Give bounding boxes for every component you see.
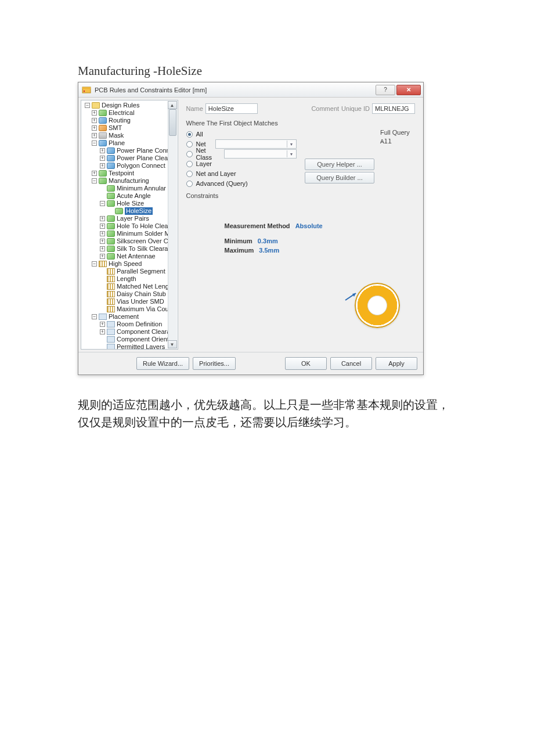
tree-item[interactable]: Permitted Layers <box>117 343 165 350</box>
radio-layer-label: Layer <box>196 160 212 167</box>
expand-icon[interactable] <box>100 156 105 161</box>
tree-item[interactable]: High Speed <box>109 260 142 268</box>
rule-icon <box>107 298 115 305</box>
help-button[interactable] <box>376 85 395 95</box>
rule-icon <box>107 163 115 169</box>
ok-button[interactable]: OK <box>285 357 327 370</box>
minimum-label: Minimum <box>225 237 252 244</box>
name-label: Name <box>186 105 203 112</box>
radio-advanced[interactable] <box>186 181 193 187</box>
scrollbar-track[interactable] <box>168 109 177 340</box>
radio-netlayer-label: Net and Layer <box>196 170 236 177</box>
titlebar[interactable]: PCB Rules and Constraints Editor [mm] <box>78 82 423 98</box>
rule-icon <box>107 223 115 229</box>
expand-icon[interactable] <box>100 231 105 236</box>
close-button[interactable] <box>396 85 421 95</box>
query-helper-button[interactable]: Query Helper ... <box>305 159 374 170</box>
expand-icon[interactable] <box>100 254 105 259</box>
dialog-window: PCB Rules and Constraints Editor [mm] De… <box>78 82 424 375</box>
radio-all-label: All <box>196 131 203 138</box>
expand-icon[interactable] <box>92 110 97 116</box>
radio-netlayer[interactable] <box>186 171 193 177</box>
net-combo[interactable]: ▾ <box>215 139 297 149</box>
apply-button[interactable]: Apply <box>376 357 417 370</box>
rule-icon <box>107 276 115 282</box>
app-icon <box>82 85 91 95</box>
tree-item[interactable]: Parallel Segment <box>117 268 165 275</box>
expand-icon[interactable] <box>100 239 105 244</box>
expand-icon[interactable] <box>92 178 97 183</box>
uid-input[interactable] <box>372 103 415 114</box>
tree-item[interactable]: Length <box>117 275 136 283</box>
category-icon <box>99 125 107 131</box>
scroll-down-button[interactable] <box>168 340 177 348</box>
category-icon <box>99 261 107 267</box>
full-query-label: Full Query <box>380 129 415 136</box>
scroll-up-button[interactable] <box>168 101 177 109</box>
expand-icon[interactable] <box>100 329 105 334</box>
expand-icon[interactable] <box>100 224 105 229</box>
expand-icon[interactable] <box>92 141 97 146</box>
measurement-method-value[interactable]: Absolute <box>295 222 323 229</box>
priorities-button[interactable]: Priorities... <box>193 357 236 370</box>
tree-item[interactable]: Layer Pairs <box>117 215 149 222</box>
svg-point-2 <box>84 90 85 91</box>
radio-netclass-label: Net Class <box>196 147 221 161</box>
rule-icon <box>107 185 115 192</box>
expand-icon[interactable] <box>92 118 97 123</box>
radio-netclass[interactable] <box>186 151 193 157</box>
expand-icon[interactable] <box>92 125 97 131</box>
tree-item-holesize-selected[interactable]: HoleSize <box>125 207 153 215</box>
name-input[interactable] <box>205 103 258 114</box>
rule-icon <box>115 208 123 214</box>
expand-icon[interactable] <box>100 148 105 153</box>
radio-all[interactable] <box>186 131 193 138</box>
page-title: Manufacturing -HoleSize <box>78 64 460 78</box>
tree-item[interactable]: Net Antennae <box>117 253 156 260</box>
tree-item[interactable]: Plane <box>109 139 125 147</box>
expand-icon[interactable] <box>92 171 97 176</box>
measurement-method-label: Measurement Method <box>225 222 290 229</box>
rule-icon <box>107 344 115 350</box>
maximum-value[interactable]: 3.5mm <box>259 247 279 254</box>
rule-icon <box>107 193 115 199</box>
tree-item[interactable]: Vias Under SMD <box>117 298 164 305</box>
rule-icon <box>107 321 115 327</box>
category-icon <box>99 178 107 184</box>
expand-icon[interactable] <box>100 201 105 206</box>
tree-root[interactable]: Design Rules <box>102 102 139 109</box>
full-query-value: All <box>380 138 415 145</box>
rules-tree[interactable]: Design Rules Electrical Routing SMT Mask… <box>81 100 178 350</box>
expand-icon[interactable] <box>85 103 90 108</box>
tree-item-manufacturing[interactable]: Manufacturing <box>109 177 149 185</box>
expand-icon[interactable] <box>100 322 105 327</box>
rule-icon <box>107 155 115 161</box>
folder-icon <box>92 102 100 109</box>
expand-icon[interactable] <box>92 314 97 319</box>
radio-net[interactable] <box>186 141 193 147</box>
tree-item[interactable]: Acute Angle <box>117 192 151 200</box>
tree-item[interactable]: SMT <box>109 124 122 132</box>
radio-layer[interactable] <box>186 161 193 167</box>
tree-item[interactable]: Testpoint <box>109 170 134 177</box>
tree-item[interactable]: Placement <box>109 313 139 321</box>
expand-icon[interactable] <box>100 163 105 168</box>
minimum-value[interactable]: 0.3mm <box>258 237 278 244</box>
rule-wizard-button[interactable]: Rule Wizard... <box>136 357 189 370</box>
rule-icon <box>107 231 115 237</box>
tree-item[interactable]: Mask <box>109 132 124 139</box>
cancel-button[interactable]: Cancel <box>330 357 372 370</box>
tree-item[interactable]: Routing <box>109 117 131 124</box>
expand-icon[interactable] <box>92 261 97 267</box>
scrollbar-thumb[interactable] <box>169 109 176 136</box>
expand-icon[interactable] <box>100 216 105 221</box>
tree-item[interactable]: Electrical <box>109 109 135 117</box>
tree-item[interactable]: Maximum Via Count <box>117 305 174 313</box>
query-builder-button[interactable]: Query Builder ... <box>305 172 374 183</box>
expand-icon[interactable] <box>92 133 97 138</box>
expand-icon[interactable] <box>100 246 105 251</box>
netclass-combo[interactable]: ▾ <box>224 149 297 159</box>
category-icon <box>99 140 107 146</box>
tree-item[interactable]: Room Definition <box>117 321 162 328</box>
tree-item[interactable]: Hole Size <box>117 200 144 207</box>
